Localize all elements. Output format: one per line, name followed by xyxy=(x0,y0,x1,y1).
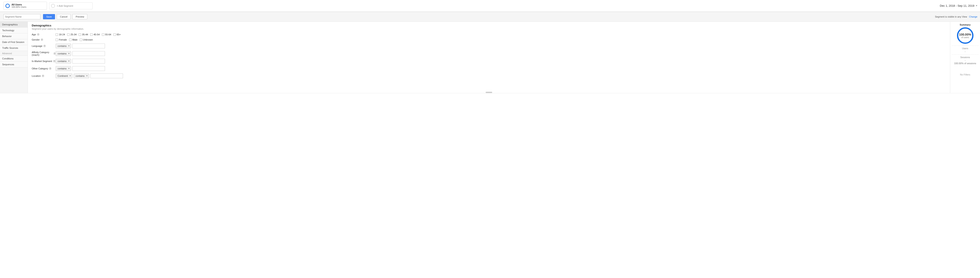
nav-behavior[interactable]: Behavior xyxy=(0,33,28,39)
chevron-down-icon xyxy=(68,61,70,62)
segment-chip-all-users[interactable]: All Users 100.00% Users xyxy=(3,2,47,10)
inmarket-label: In-Market Segment xyxy=(32,60,52,62)
chevron-down-icon xyxy=(70,76,71,76)
nav-demographics[interactable]: Demographics xyxy=(0,22,28,28)
add-segment-button[interactable]: + Add Segment xyxy=(49,2,92,9)
segment-name-input[interactable] xyxy=(3,14,40,19)
nav-conditions[interactable]: Conditions xyxy=(0,56,28,62)
segment-visibility: Segment is visible in any View Change xyxy=(935,16,977,18)
checkbox-icon xyxy=(102,33,104,36)
inmarket-operator-dropdown[interactable]: contains xyxy=(56,59,71,63)
location-label: Location xyxy=(32,74,41,77)
age-55-64[interactable]: 55-64 xyxy=(102,33,111,36)
help-icon[interactable]: ? xyxy=(53,60,56,62)
row-age: Age ? 18-24 25-34 35-44 45-54 55-64 65+ xyxy=(32,33,946,36)
age-45-54[interactable]: 45-54 xyxy=(90,33,100,36)
row-inmarket: In-Market Segment ? contains xyxy=(32,59,946,63)
location-input[interactable] xyxy=(91,74,123,78)
row-location: Location ? Continent contains xyxy=(32,74,946,78)
help-icon[interactable]: ? xyxy=(42,74,45,77)
age-65plus[interactable]: 65+ xyxy=(113,33,121,36)
summary-sessions-pct: 100.00% of sessions xyxy=(951,62,979,65)
summary-users: Users - xyxy=(951,46,979,53)
othercat-label: Other Category xyxy=(32,67,48,70)
age-options: 18-24 25-34 35-44 45-54 55-64 65+ xyxy=(56,33,121,36)
nav-advanced-label: Advanced xyxy=(0,51,28,56)
gender-male[interactable]: Male xyxy=(69,38,78,41)
chevron-down-icon xyxy=(976,5,977,6)
segment-visibility-text: Segment is visible in any View xyxy=(935,16,967,18)
nav-technology[interactable]: Technology xyxy=(0,28,28,33)
age-25-34[interactable]: 25-34 xyxy=(67,33,76,36)
date-range-text: Dec 1, 2018 - Sep 11, 2019 xyxy=(940,4,974,7)
change-visibility-link[interactable]: Change xyxy=(969,16,977,18)
row-affinity: Affinity Category (reach) ? contains xyxy=(32,51,946,56)
checkbox-icon xyxy=(56,33,58,36)
help-icon[interactable]: ? xyxy=(54,52,56,55)
chevron-down-icon xyxy=(68,46,70,46)
affinity-label: Affinity Category (reach) xyxy=(32,51,52,56)
add-segment-icon xyxy=(51,4,55,8)
summary-users-label: Users xyxy=(951,47,979,50)
gender-female[interactable]: Female xyxy=(56,38,67,41)
summary-sessions-label: Sessions xyxy=(951,56,979,58)
help-icon[interactable]: ? xyxy=(41,38,43,41)
segment-title: All Users xyxy=(11,3,26,6)
summary-title: Summary xyxy=(951,24,979,26)
language-operator-dropdown[interactable]: contains xyxy=(56,44,71,48)
help-icon[interactable]: ? xyxy=(49,67,51,70)
age-label: Age xyxy=(32,33,36,36)
date-range-picker[interactable]: Dec 1, 2018 - Sep 11, 2019 xyxy=(940,4,977,7)
help-icon[interactable]: ? xyxy=(37,33,40,36)
checkbox-icon xyxy=(69,39,72,41)
age-18-24[interactable]: 18-24 xyxy=(56,33,65,36)
preview-button[interactable]: Preview xyxy=(72,14,88,19)
location-type-dropdown[interactable]: Continent xyxy=(56,74,72,78)
chevron-down-icon xyxy=(86,76,88,76)
summary-sessions-value: - xyxy=(951,59,979,62)
checkbox-icon xyxy=(67,33,70,36)
affinity-operator-dropdown[interactable]: contains xyxy=(56,51,71,56)
gender-unknown[interactable]: Unknown xyxy=(80,38,93,41)
summary-no-filters: No Filters xyxy=(951,73,979,76)
language-input[interactable] xyxy=(72,44,105,48)
help-icon[interactable]: ? xyxy=(43,45,46,47)
inmarket-input[interactable] xyxy=(72,59,105,63)
gender-label: Gender xyxy=(32,38,40,41)
affinity-input[interactable] xyxy=(72,51,105,56)
checkbox-icon xyxy=(113,33,116,36)
row-othercat: Other Category ? contains xyxy=(32,66,946,71)
nav-sequences[interactable]: Sequences xyxy=(0,62,28,68)
save-button[interactable]: Save xyxy=(43,14,55,19)
segment-builder: Demographics Technology Behavior Date of… xyxy=(0,22,980,93)
gender-options: Female Male Unknown xyxy=(56,38,93,41)
summary-sessions: Sessions - 100.00% of sessions xyxy=(951,54,979,65)
chevron-down-icon xyxy=(68,53,70,54)
checkbox-icon xyxy=(56,39,58,41)
segment-nav: Demographics Technology Behavior Date of… xyxy=(0,22,28,93)
row-gender: Gender ? Female Male Unknown xyxy=(32,38,946,41)
checkbox-icon xyxy=(90,33,92,36)
segment-subtitle: 100.00% Users xyxy=(11,6,26,8)
cancel-button[interactable]: Cancel xyxy=(57,14,71,19)
add-segment-label: + Add Segment xyxy=(57,5,73,7)
location-operator-dropdown[interactable]: contains xyxy=(74,74,89,78)
checkbox-icon xyxy=(79,33,81,36)
summary-panel: Summary 100.00% of users Users - Session… xyxy=(950,22,980,93)
row-language: Language ? contains xyxy=(32,44,946,48)
demographics-form: Demographics Segment your users by demog… xyxy=(28,22,950,93)
segment-bar: All Users 100.00% Users + Add Segment De… xyxy=(0,0,980,12)
othercat-input[interactable] xyxy=(72,66,105,71)
summary-ring-chart: 100.00% of users xyxy=(957,27,974,44)
othercat-operator-dropdown[interactable]: contains xyxy=(56,66,71,71)
nav-traffic-sources[interactable]: Traffic Sources xyxy=(0,45,28,51)
summary-percent: 100.00% xyxy=(959,33,971,36)
nav-first-session[interactable]: Date of First Session xyxy=(0,39,28,45)
language-label: Language xyxy=(32,45,42,47)
summary-of-users: of users xyxy=(961,36,969,39)
age-35-44[interactable]: 35-44 xyxy=(79,33,88,36)
summary-users-value: - xyxy=(951,50,979,53)
scroll-indicator[interactable] xyxy=(486,92,492,93)
segment-ring-icon xyxy=(5,4,10,8)
chevron-down-icon xyxy=(68,68,70,69)
